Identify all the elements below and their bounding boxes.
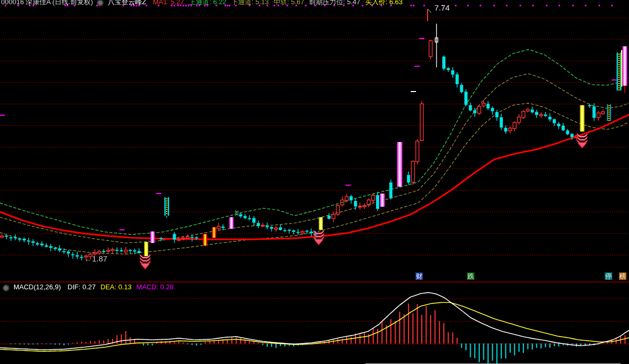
field-上通道: 上通道: 6.22 [189,0,227,6]
hotkey-badge[interactable]: 停 [605,272,612,280]
stock-chart-window: 000016 深康佳A (日线.前复权) ⚙ 八宝登云峰Z MA1: 5.27上… [0,0,629,364]
field-DIF: DIF: 0.27 [68,283,96,291]
field-下通道: 下通道: 5.13 [231,0,269,6]
hotkey-badge[interactable]: 财 [415,272,423,280]
macd-header: ⚙ MACD(12,26,9) DIF: 0.27DEA: 0.13MACD: … [1,283,174,291]
chart-header: 000016 深康佳A (日线.前复权) ⚙ 八宝登云峰Z MA1: 5.27上… [1,0,403,6]
field-中轨: 中轨: 5.67 [273,0,305,6]
indicator-name: 八宝登云峰Z [108,0,146,6]
stock-title: 000016 深康佳A (日线.前复权) [1,0,93,6]
field-买入价: 买入价: 6.63 [365,0,403,6]
macd-values: DIF: 0.27DEA: 0.13MACD: 0.28 [63,283,174,291]
gear-icon[interactable]: ⚙ [97,0,104,6]
low-price-label: ←1.87 [84,254,107,263]
hotkey-badge[interactable]: 榜 [619,272,626,280]
field-前期压力位: 前期压力位: 5.47 [309,0,361,6]
high-price-label: 7.74 [434,3,450,12]
hotkey-badge[interactable]: 跌 [467,272,474,280]
field-MA1: MA1: 5.27 [153,0,184,6]
macd-title: MACD(12,26,9) [14,283,61,291]
chart-canvas[interactable] [0,0,629,364]
field-DEA: DEA: 0.13 [100,283,131,291]
field-MACD: MACD: 0.28 [136,283,174,291]
indicator-values: MA1: 5.27上通道: 6.22下通道: 5.13中轨: 5.67前期压力位… [148,0,403,6]
gear-icon-macd[interactable]: ⚙ [3,285,9,291]
